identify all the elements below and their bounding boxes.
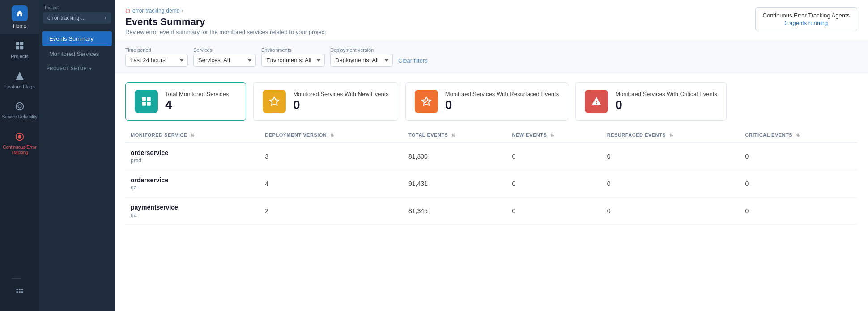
card-resurfaced-events[interactable]: Monitored Services With Resurfaced Event…: [405, 82, 568, 121]
agents-box[interactable]: Continuous Error Tracking Agents 0 agent…: [755, 7, 857, 31]
environments-select[interactable]: Environments: All: [261, 54, 325, 67]
chevron-down-icon: ▼: [89, 67, 93, 71]
sort-icon-service: ⇅: [191, 133, 195, 138]
svg-rect-11: [17, 291, 18, 293]
sort-icon-total: ⇅: [451, 133, 455, 138]
events-table: MONITORED SERVICE ⇅ DEPLOYMENT VERSION ⇅…: [125, 128, 857, 225]
svg-marker-18: [270, 97, 279, 105]
page-header: ⊙ error-tracking-demo › Events Summary R…: [115, 0, 868, 41]
svg-rect-9: [19, 289, 20, 290]
cell-new-1: 0: [507, 170, 602, 198]
project-selector[interactable]: error-tracking-... ›: [43, 12, 111, 24]
cell-resurfaced-1: 0: [602, 170, 740, 198]
clear-filters-button[interactable]: Clear filters: [398, 57, 428, 64]
sidebar: Home Projects Feature Flags Service Reli…: [0, 0, 39, 311]
critical-icon: [585, 90, 608, 113]
card-resurfaced-value: 0: [445, 97, 559, 113]
breadcrumb: ⊙ error-tracking-demo ›: [125, 7, 326, 14]
card-new-events[interactable]: Monitored Services With New Events 0: [253, 82, 398, 121]
projects-icon: [13, 39, 26, 52]
sidebar-item-service-reliability[interactable]: Service Reliability: [0, 95, 39, 125]
services-filter: Services Services: All: [193, 47, 256, 67]
svg-point-7: [18, 135, 21, 138]
svg-rect-2: [16, 46, 19, 49]
card-new-label: Monitored Services With New Events: [293, 91, 389, 97]
cell-resurfaced-2: 0: [602, 198, 740, 225]
cell-service-1: orderservice qa: [125, 170, 260, 198]
table-row[interactable]: orderservice prod 3 81,300 0 0 0: [125, 143, 857, 170]
card-total-value: 4: [165, 97, 229, 113]
cell-new-2: 0: [507, 198, 602, 225]
svg-rect-10: [21, 289, 23, 290]
agents-title: Continuous Error Tracking Agents: [763, 12, 850, 19]
feature-flags-icon: [13, 70, 26, 82]
col-new-events[interactable]: NEW EVENTS ⇅: [507, 128, 602, 143]
col-resurfaced-events[interactable]: RESURFACED EVENTS ⇅: [602, 128, 740, 143]
card-critical-events[interactable]: Monitored Services With Critical Events …: [575, 82, 727, 121]
svg-rect-3: [20, 46, 23, 49]
sidebar-apps-icon[interactable]: [12, 281, 28, 304]
error-tracking-icon: [13, 130, 26, 143]
sidebar-item-projects[interactable]: Projects: [0, 34, 39, 64]
nav-events-summary[interactable]: Events Summary: [42, 31, 112, 46]
environments-label: Environments: [261, 47, 325, 53]
card-critical-body: Monitored Services With Critical Events …: [615, 91, 717, 113]
sidebar-item-feature-flags[interactable]: Feature Flags: [0, 64, 39, 95]
deployment-select[interactable]: Deployments: All: [330, 54, 393, 67]
svg-rect-14: [142, 97, 146, 101]
svg-rect-16: [142, 102, 146, 106]
cell-deployment-0: 3: [260, 143, 403, 170]
chevron-right-icon: ›: [105, 15, 106, 21]
new-events-icon: [263, 90, 286, 113]
svg-rect-15: [147, 97, 151, 101]
sort-icon-critical: ⇅: [796, 133, 800, 138]
svg-point-4: [16, 103, 24, 110]
cell-resurfaced-0: 0: [602, 143, 740, 170]
time-period-select[interactable]: Last 24 hours: [125, 54, 188, 67]
table-row[interactable]: orderservice qa 4 91,431 0 0 0: [125, 170, 857, 198]
sidebar-bottom: [12, 277, 28, 311]
svg-rect-8: [17, 289, 18, 290]
col-monitored-service[interactable]: MONITORED SERVICE ⇅: [125, 128, 260, 143]
apps-grid-icon: [13, 286, 26, 298]
card-resurfaced-label: Monitored Services With Resurfaced Event…: [445, 91, 559, 97]
cell-service-0: orderservice prod: [125, 143, 260, 170]
svg-rect-1: [20, 42, 23, 45]
content-area: ⊙ error-tracking-demo › Events Summary R…: [115, 0, 868, 311]
card-new-value: 0: [293, 97, 389, 113]
card-total-label: Total Monitored Services: [165, 91, 229, 97]
svg-rect-13: [21, 291, 23, 293]
nav-monitored-services[interactable]: Monitored Services: [42, 46, 112, 61]
deployment-label: Deployment version: [330, 47, 393, 53]
card-critical-label: Monitored Services With Critical Events: [615, 91, 717, 97]
card-total-body: Total Monitored Services 4: [165, 91, 229, 113]
services-select[interactable]: Services: All: [193, 54, 256, 67]
table-row[interactable]: paymentservice qa 2 81,345 0 0 0: [125, 198, 857, 225]
deployment-filter: Deployment version Deployments: All: [330, 47, 393, 67]
service-reliability-icon: [13, 100, 26, 113]
project-name: error-tracking-...: [47, 15, 85, 21]
card-total-monitored[interactable]: Total Monitored Services 4: [125, 82, 246, 121]
project-setup-header[interactable]: PROJECT SETUP ▼: [39, 62, 115, 74]
sort-icon-deployment: ⇅: [330, 133, 334, 138]
home-icon: [12, 5, 28, 21]
card-new-body: Monitored Services With New Events 0: [293, 91, 389, 113]
time-period-label: Time period: [125, 47, 188, 53]
cell-total-2: 81,345: [403, 198, 507, 225]
project-label: Project: [39, 5, 115, 10]
cell-service-2: paymentservice qa: [125, 198, 260, 225]
sort-icon-new: ⇅: [550, 133, 554, 138]
cell-total-1: 91,431: [403, 170, 507, 198]
breadcrumb-project[interactable]: error-tracking-demo: [132, 8, 179, 14]
cell-new-0: 0: [507, 143, 602, 170]
breadcrumb-icon: ⊙: [125, 7, 131, 14]
sidebar-item-continuous-error-tracking[interactable]: Continuous Error Tracking: [0, 125, 39, 161]
page-subtitle: Review error event summary for the monit…: [125, 29, 326, 35]
col-total-events[interactable]: TOTAL EVENTS ⇅: [403, 128, 507, 143]
filters-bar: Time period Last 24 hours Services Servi…: [115, 41, 868, 73]
sidebar-item-home[interactable]: Home: [0, 0, 39, 34]
svg-rect-0: [16, 42, 19, 45]
sidebar-divider: [12, 278, 21, 279]
col-critical-events[interactable]: CRITICAL EVENTS ⇅: [740, 128, 857, 143]
col-deployment-version[interactable]: DEPLOYMENT VERSION ⇅: [260, 128, 403, 143]
